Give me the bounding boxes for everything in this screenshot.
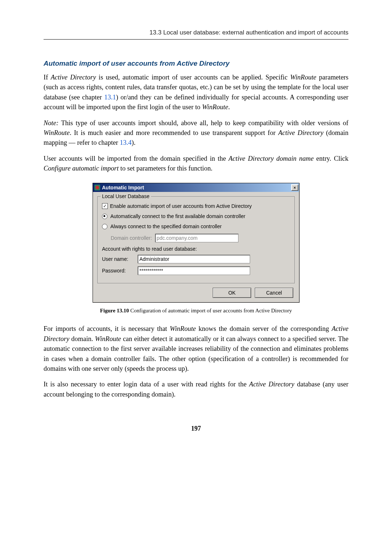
page-number: 197 [44,425,348,432]
paragraph-2: Note: This type of user accounts import … [44,118,348,148]
text: This type of user accounts import should… [58,119,348,127]
radio-label: Always connect to the specified domain c… [110,223,222,229]
xref-link[interactable]: 13.4 [120,139,131,146]
text: to set parameters for this function. [119,165,212,172]
username-label: User name: [102,256,138,262]
password-input[interactable]: ************ [138,266,250,275]
domain-controller-input: pdc.company.com [155,234,238,242]
text-italic: Active Directory domain name [229,155,314,162]
radio-row-auto-connect[interactable]: Automatically connect to the first avail… [102,213,290,219]
radio-label: Automatically connect to the first avail… [110,213,245,219]
checkbox-row-enable-import[interactable]: ✓ Enable automatic import of user accoun… [102,203,290,209]
text-italic: WinRoute [290,74,317,81]
dc-label: Domain controller: [111,235,152,241]
text: entry. Click [314,155,348,162]
text: ). [131,139,135,146]
text: is used, automatic import of user accoun… [96,74,290,81]
app-icon [94,185,100,190]
checkbox-label: Enable automatic import of user accounts… [110,203,252,209]
text-italic: Note: [44,119,58,127]
text-italic: WinRoute [202,103,228,111]
text: It is also necessary to enter login data… [44,381,249,388]
text: User accounts will be imported from the … [44,155,229,162]
account-section-label: Account with rights to read user databas… [102,246,290,252]
groupbox-title: Local User Database [101,193,151,199]
text: For imports of accounts, it is necessary… [44,325,170,332]
cancel-button[interactable]: Cancel [255,288,293,298]
close-icon: × [294,185,296,190]
text: If [44,74,51,81]
text-italic: Active Directory [51,74,96,81]
password-label: Password: [102,268,138,274]
paragraph-5: It is also necessary to enter login data… [44,379,348,399]
text: knows the domain server of the correspon… [196,325,332,332]
groupbox-local-user-database: Local User Database ✓ Enable automatic i… [97,196,295,283]
text: . [228,103,230,111]
text-italic: Active Directory [278,129,323,136]
running-header: 13.3 Local user database: external authe… [44,29,348,40]
paragraph-3: User accounts will be imported from the … [44,154,348,174]
radio-specified-controller[interactable] [102,224,107,229]
username-input[interactable]: Administrator [138,255,250,263]
domain-controller-row: Domain controller: pdc.company.com [111,234,290,242]
text-italic: WinRoute [170,325,196,332]
text: . It is much easier and more recommended… [70,129,278,136]
text-italic: Configure automatic import [44,165,119,172]
dialog-automatic-import: Automatic Import × Local User Database ✓… [93,183,299,303]
text-italic: WinRoute [95,335,121,342]
text-italic: WinRoute [44,129,70,136]
text: domain. [69,335,95,342]
figure-caption: Figure 13.10 Configuration of automatic … [44,308,348,314]
caption-label: Figure 13.10 [100,308,129,313]
section-heading: Automatic import of user accounts from A… [44,59,348,67]
text-italic: Active Directory [249,381,294,388]
ok-button[interactable]: OK [213,288,251,298]
caption-text: Configuration of automatic import of use… [129,308,292,313]
paragraph-4: For imports of accounts, it is necessary… [44,324,348,374]
radio-row-specified-controller[interactable]: Always connect to the specified domain c… [102,223,290,229]
checkbox-enable-import[interactable]: ✓ [102,203,108,209]
paragraph-1: If Active Directory is used, automatic i… [44,73,348,112]
titlebar[interactable]: Automatic Import × [93,183,299,192]
close-button[interactable]: × [291,184,298,191]
xref-link[interactable]: 13.1 [104,94,116,101]
radio-auto-connect[interactable] [102,214,107,219]
dialog-title: Automatic Import [102,185,291,190]
